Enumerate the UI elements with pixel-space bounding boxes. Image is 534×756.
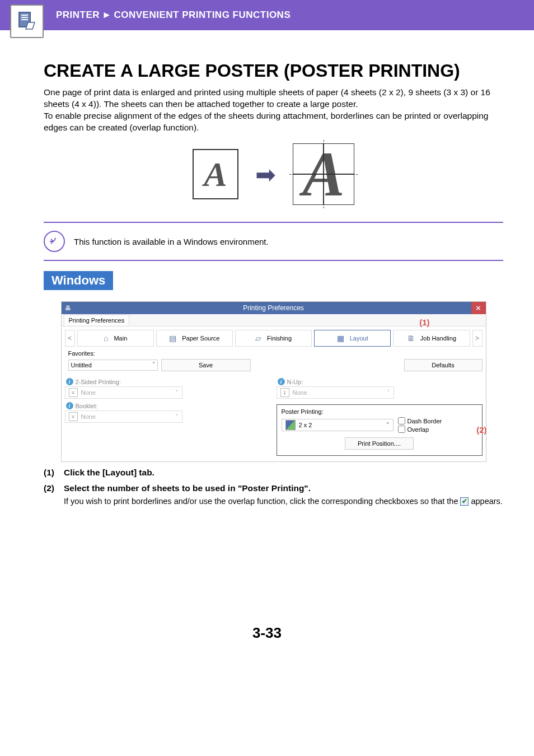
two-sided-label: 2-Sided Printing:: [76, 379, 121, 385]
tab-label: Finishing: [267, 335, 292, 342]
page-icon: ▱: [255, 334, 261, 343]
divider: [44, 260, 503, 261]
divider: [44, 222, 503, 223]
breadcrumb-subsection: CONVENIENT PRINTING FUNCTIONS: [114, 10, 291, 20]
page-title: CREATE A LARGE POSTER (POSTER PRINTING): [44, 60, 503, 81]
poster-label: Poster Printing:: [282, 408, 477, 415]
printer-section-icon: [10, 4, 44, 38]
job-icon: 🗎: [407, 334, 415, 343]
svg-rect-1: [21, 15, 28, 16]
favorites-select[interactable]: Untitled: [68, 360, 158, 371]
overlap-checkbox[interactable]: Overlap: [398, 426, 442, 433]
diagram-split-pages: A A A A: [293, 143, 354, 205]
intro-2: To enable precise alignment of the edges…: [44, 111, 488, 132]
tray-icon: ▤: [169, 334, 176, 343]
page-none-icon: ≡: [69, 388, 78, 397]
page-number: 3-33: [0, 624, 534, 659]
callout-2: (2): [476, 425, 486, 435]
note-text: This function is available in a Windows …: [74, 237, 269, 246]
callout-1: (1): [419, 318, 429, 327]
tab-job-handling[interactable]: 🗎 Job Handling: [393, 330, 470, 347]
printer-icon: 🖶: [65, 305, 71, 311]
dialog-title: Printing Preferences: [243, 304, 304, 312]
nup-select: 1 None: [277, 386, 394, 399]
tab-printing-preferences[interactable]: Printing Preferences: [64, 315, 130, 325]
booklet-value: None: [81, 413, 96, 420]
tab-paper-source[interactable]: ▤ Paper Source: [156, 330, 233, 347]
two-sided-value: None: [81, 389, 96, 396]
nup-1-icon: 1: [280, 388, 289, 397]
breadcrumb-separator: ►: [102, 10, 111, 20]
intro-1: One page of print data is enlarged and p…: [44, 87, 490, 109]
layout-icon: ▦: [337, 334, 344, 343]
tab-label: Paper Source: [182, 335, 219, 342]
dash-border-checkbox[interactable]: Dash Border: [398, 417, 442, 424]
tab-label: Main: [114, 335, 127, 342]
checkmark-icon: ✔: [460, 497, 469, 506]
two-sided-select: ≡ None: [65, 386, 182, 399]
save-button[interactable]: Save: [161, 359, 251, 371]
breadcrumb: PRINTER►CONVENIENT PRINTING FUNCTIONS: [56, 10, 291, 21]
info-icon: i: [278, 378, 285, 385]
tab-layout[interactable]: ▦ Layout: [314, 330, 391, 347]
svg-rect-2: [21, 17, 28, 18]
booklet-select: ≡ None: [65, 410, 182, 423]
nup-label: N-Up:: [287, 379, 303, 385]
os-badge: Windows: [44, 271, 113, 290]
print-position-button[interactable]: Print Position....: [345, 437, 414, 450]
poster-diagram: A ➡ A A A A: [44, 143, 503, 205]
info-icon: i: [66, 378, 73, 385]
poster-value: 2 x 2: [299, 422, 312, 428]
poster-2x2-icon: [285, 420, 296, 430]
tab-label: Job Handling: [420, 335, 456, 342]
svg-rect-3: [21, 19, 28, 20]
step-1-num: (1): [44, 466, 59, 479]
step-2-num: (2): [44, 482, 59, 494]
info-icon: i: [66, 402, 73, 409]
booklet-label: Booklet:: [76, 403, 98, 409]
tab-finishing[interactable]: ▱ Finishing: [235, 330, 312, 347]
nup-value: None: [293, 389, 307, 396]
step-2-note-b: appears.: [471, 496, 502, 507]
step-1-text: Click the [Layout] tab.: [64, 468, 154, 477]
dialog-titlebar: 🖶 Printing Preferences ✕: [62, 302, 486, 314]
step-2-note-a: If you wish to print borderlines and/or …: [64, 496, 458, 507]
arrow-right-icon: ➡: [255, 160, 276, 189]
page-none-icon: ≡: [69, 412, 78, 421]
step-2-text: Select the number of sheets to be used i…: [64, 483, 311, 493]
close-button[interactable]: ✕: [471, 302, 486, 314]
breadcrumb-section: PRINTER: [56, 10, 100, 20]
tip-icon: [44, 231, 65, 252]
defaults-button[interactable]: Defaults: [404, 359, 483, 371]
tab-main[interactable]: ⌂ Main: [77, 330, 154, 347]
printing-preferences-dialog: 🖶 Printing Preferences ✕ Printing Prefer…: [61, 301, 486, 462]
tab-label: Layout: [350, 335, 368, 342]
tabs-scroll-right[interactable]: >: [472, 330, 483, 347]
diagram-single-page: A: [193, 149, 238, 199]
home-icon: ⌂: [104, 334, 108, 343]
favorites-label: Favorites:: [68, 350, 102, 357]
tabs-scroll-left[interactable]: <: [65, 330, 75, 347]
poster-select[interactable]: 2 x 2: [282, 419, 394, 431]
